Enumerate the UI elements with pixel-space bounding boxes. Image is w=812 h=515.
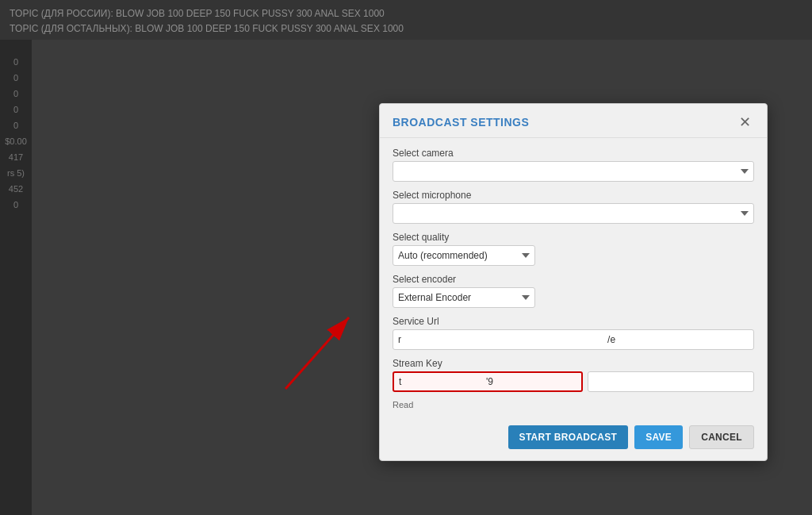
encoder-row: External Encoder [393,287,754,308]
stream-key-input[interactable] [393,371,583,392]
start-broadcast-button[interactable]: START BROADCAST [508,425,629,449]
service-url-group: Service Url [393,316,754,350]
modal-header: BROADCAST SETTINGS ✕ [380,104,767,138]
stream-key-label: Stream Key [393,358,754,369]
encoder-select[interactable]: External Encoder [393,287,535,308]
stream-key-box [393,371,583,392]
cancel-button[interactable]: CANCEL [689,425,754,449]
microphone-select[interactable] [393,203,754,224]
microphone-group: Select microphone [393,190,754,224]
camera-select[interactable] [393,161,754,182]
close-icon: ✕ [739,114,751,130]
stream-key-group: Stream Key [393,358,754,392]
quality-row: Auto (recommended) [393,245,754,266]
encoder-group: Select encoder External Encoder [393,274,754,308]
stream-key-secondary-input[interactable] [588,371,754,392]
ready-text: Read [393,400,754,409]
microphone-label: Select microphone [393,190,754,201]
encoder-label: Select encoder [393,274,754,285]
save-button[interactable]: SAVE [634,425,683,449]
modal-close-button[interactable]: ✕ [736,115,754,129]
modal-body: Select camera Select microphone Select q… [380,138,767,419]
service-url-label: Service Url [393,316,754,327]
broadcast-settings-modal: BROADCAST SETTINGS ✕ Select camera Selec… [379,103,768,461]
quality-select[interactable]: Auto (recommended) [393,245,535,266]
quality-label: Select quality [393,232,754,243]
camera-label: Select camera [393,148,754,159]
camera-group: Select camera [393,148,754,182]
service-url-input[interactable] [393,329,754,350]
stream-key-row [393,371,754,392]
modal-title: BROADCAST SETTINGS [393,116,529,129]
quality-group: Select quality Auto (recommended) [393,232,754,266]
modal-footer: START BROADCAST SAVE CANCEL [380,419,767,460]
